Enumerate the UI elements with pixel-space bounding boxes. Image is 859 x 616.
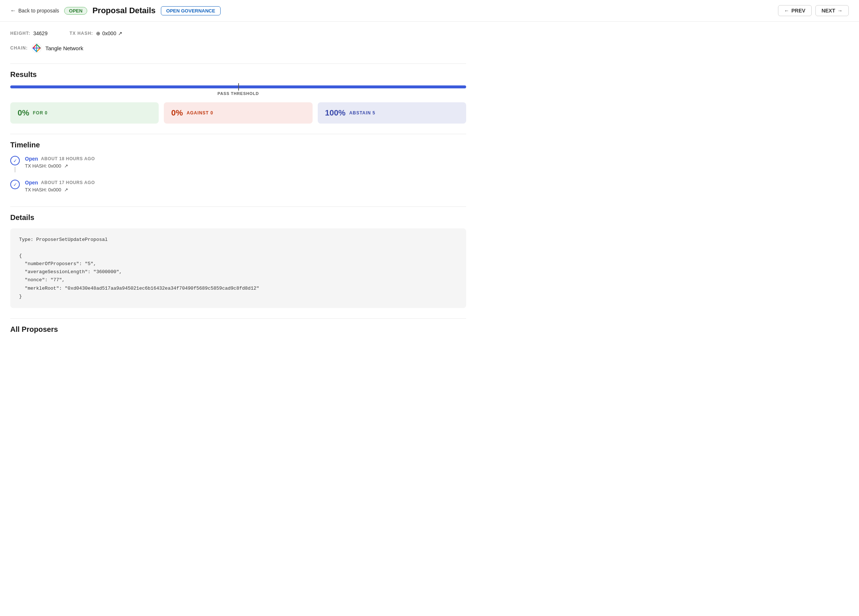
- tx-label-2: TX HASH:: [25, 187, 47, 192]
- svg-line-2: [37, 44, 40, 48]
- timeline-content-2: Open ABOUT 17 HOURS AGO TX HASH: 0x000 ↗: [25, 180, 466, 196]
- next-button[interactable]: NEXT →: [815, 5, 849, 16]
- results-title: Results: [10, 70, 466, 79]
- timeline-header-1: Open ABOUT 18 HOURS AGO: [25, 156, 466, 162]
- vote-card-for: 0% FOR 0: [10, 102, 159, 124]
- vote-card-abstain: 100% ABSTAIN 5: [318, 102, 466, 124]
- prev-button[interactable]: ← PREV: [778, 5, 812, 16]
- page-title: Proposal Details: [92, 6, 155, 16]
- open-governance-button[interactable]: OPEN GOVERNANCE: [161, 6, 221, 16]
- divider-4: [10, 318, 466, 319]
- height-meta: HEIGHT: 34629: [10, 30, 48, 36]
- tx-hash-label: TX HASH:: [70, 31, 93, 36]
- timeline-status-2: Open: [25, 180, 38, 186]
- tx-hash-meta: TX HASH: ⊕ 0x000 ↗: [70, 30, 123, 36]
- tx-hash-link[interactable]: ⊕ 0x000 ↗: [96, 30, 122, 36]
- back-to-proposals-link[interactable]: ← Back to proposals: [10, 7, 59, 14]
- height-value: 34629: [33, 30, 48, 36]
- threshold-line: [238, 83, 239, 91]
- timeline-time-1: ABOUT 18 HOURS AGO: [41, 156, 95, 161]
- progress-bar-container: [10, 86, 466, 88]
- timeline-circle-2: ✓: [10, 180, 20, 189]
- meta-row: HEIGHT: 34629 TX HASH: ⊕ 0x000 ↗: [10, 30, 466, 36]
- details-code-block: Type: ProposerSetUpdateProposal { "numbe…: [10, 228, 466, 308]
- tx-label-1: TX HASH:: [25, 163, 47, 169]
- vote-card-against: 0% AGAINST 0: [164, 102, 312, 124]
- results-section: Results PASS THRESHOLD 0% FOR 0 0% AGAIN…: [10, 70, 466, 124]
- timeline-line-1: [15, 167, 16, 172]
- timeline-header-2: Open ABOUT 17 HOURS AGO: [25, 180, 466, 186]
- details-title: Details: [10, 213, 466, 222]
- chain-label: CHAIN:: [10, 45, 28, 51]
- prev-arrow-icon: ←: [784, 8, 789, 14]
- height-label: HEIGHT:: [10, 31, 30, 36]
- details-section: Details Type: ProposerSetUpdateProposal …: [10, 213, 466, 308]
- threshold-label: PASS THRESHOLD: [10, 91, 466, 96]
- all-proposers-title: All Proposers: [10, 325, 466, 334]
- next-arrow-icon: →: [837, 8, 842, 14]
- svg-line-4: [37, 48, 40, 52]
- timeline-item-1: ✓ Open ABOUT 18 HOURS AGO TX HASH: 0x000…: [10, 156, 466, 172]
- all-proposers-section: All Proposers: [10, 325, 466, 334]
- circle-check-icon-1: ✓: [13, 158, 17, 164]
- timeline-section: Timeline ✓ Open ABOUT 18 HOURS AGO TX HA…: [10, 141, 466, 196]
- for-label: FOR 0: [33, 110, 48, 116]
- back-arrow-icon: ←: [10, 7, 16, 14]
- chain-name: Tangle Network: [45, 45, 83, 52]
- divider-3: [10, 206, 466, 207]
- external-link-icon-tx2[interactable]: ↗: [64, 187, 68, 192]
- timeline-tx-2: TX HASH: 0x000 ↗: [25, 187, 466, 192]
- page-header: ← Back to proposals OPEN Proposal Detail…: [0, 0, 859, 22]
- next-label: NEXT: [822, 8, 835, 14]
- for-percent: 0%: [17, 108, 29, 118]
- back-label: Back to proposals: [18, 8, 59, 14]
- timeline-content-1: Open ABOUT 18 HOURS AGO TX HASH: 0x000 ↗: [25, 156, 466, 172]
- main-content: HEIGHT: 34629 TX HASH: ⊕ 0x000 ↗ CHAIN: …: [0, 22, 476, 349]
- divider-1: [10, 63, 466, 64]
- external-link-icon: ↗: [118, 30, 122, 36]
- timeline-tx-1: TX HASH: 0x000 ↗: [25, 163, 466, 169]
- svg-line-3: [33, 48, 37, 52]
- against-percent: 0%: [171, 108, 183, 118]
- tx-value-2: 0x000: [48, 187, 61, 192]
- chain-row: CHAIN: Tangle Network: [10, 43, 466, 53]
- timeline-item-2: ✓ Open ABOUT 17 HOURS AGO TX HASH: 0x000…: [10, 180, 466, 196]
- divider-2: [10, 134, 466, 134]
- timeline-left-2: ✓: [10, 180, 20, 196]
- tx-icon: ⊕: [96, 30, 100, 36]
- tx-hash-value: 0x000: [102, 30, 116, 36]
- timeline-status-1: Open: [25, 156, 38, 162]
- header-navigation: ← PREV NEXT →: [778, 5, 849, 16]
- timeline-left-1: ✓: [10, 156, 20, 172]
- timeline-time-2: ABOUT 17 HOURS AGO: [41, 180, 95, 185]
- svg-line-1: [33, 44, 37, 48]
- prev-label: PREV: [792, 8, 806, 14]
- against-label: AGAINST 0: [186, 110, 213, 116]
- vote-cards: 0% FOR 0 0% AGAINST 0 100% ABSTAIN 5: [10, 102, 466, 124]
- abstain-percent: 100%: [325, 108, 345, 118]
- timeline-circle-1: ✓: [10, 156, 20, 166]
- open-status-badge: OPEN: [64, 7, 87, 15]
- external-link-icon-tx1[interactable]: ↗: [64, 163, 68, 169]
- tangle-network-icon: [31, 43, 42, 53]
- timeline-title: Timeline: [10, 141, 466, 149]
- tx-value-1: 0x000: [48, 163, 61, 169]
- circle-check-icon-2: ✓: [13, 182, 17, 188]
- abstain-label: ABSTAIN 5: [349, 110, 375, 116]
